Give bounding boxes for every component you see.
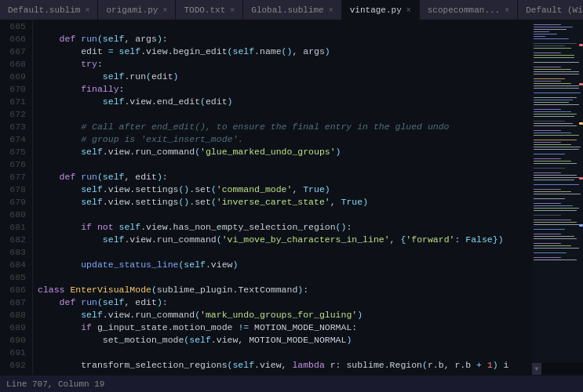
code-line: def run(self, edit): [38,171,532,183]
code-line: edit = self.view.begin_edit(self.name(),… [38,45,532,58]
tab-vintage-py[interactable]: vintage.py × [342,0,420,20]
svg-rect-38 [534,132,571,133]
svg-rect-45 [534,154,565,154]
svg-rect-75 [534,257,561,258]
tab-global-sublime[interactable]: Global.sublime × [243,0,341,20]
cursor-position: Line 707, Column 19 [6,379,104,389]
svg-rect-20 [534,78,565,79]
code-line [38,108,532,121]
code-line: self.run(edit) [38,71,532,83]
svg-rect-22 [534,83,571,84]
tab-todo[interactable]: TODO.txt × [176,0,243,20]
svg-rect-42 [534,144,571,145]
svg-rect-58 [534,198,565,199]
line-num: 683 [3,246,26,259]
line-num: 665 [3,20,26,33]
tab-origami[interactable]: origami.py × [98,0,176,20]
svg-rect-71 [534,243,561,244]
line-num: 682 [3,234,26,246]
line-num: 674 [3,133,26,146]
svg-rect-14 [534,57,574,58]
minimap[interactable]: ▼ [532,20,583,375]
code-line: update_status_line(self.view) [38,259,532,271]
line-numbers: 665 666 667 668 669 670 671 672 673 674 … [0,20,33,375]
svg-rect-41 [534,142,561,143]
status-bar: Line 707, Column 19 [0,375,583,392]
code-lines: 665 666 667 668 669 670 671 672 673 674 … [0,20,532,375]
tab-close-icon[interactable]: × [85,6,89,15]
tab-label: vintage.py [350,5,402,15]
line-num: 670 [3,83,26,96]
svg-rect-44 [534,149,579,150]
line-num: 690 [3,334,26,347]
code-editor[interactable]: 665 666 667 668 669 670 671 672 673 674 … [0,20,532,375]
tab-close-icon[interactable]: × [406,6,411,15]
svg-rect-48 [534,163,577,164]
code-line: def run(self, edit): [38,296,532,309]
tab-label: Global.sublime [251,5,323,15]
code-line [38,20,532,33]
code-line: self.view.end_edit(edit) [38,96,532,108]
svg-rect-35 [534,123,573,124]
svg-rect-72 [534,245,571,246]
tab-default-windows[interactable]: Default (Wind... × [518,0,583,20]
code-line: self.view.run_command('mark_undo_groups_… [38,309,532,321]
svg-rect-51 [534,175,577,176]
tab-close-icon[interactable]: × [505,6,509,15]
svg-rect-66 [534,224,579,225]
code-line [38,271,532,284]
tab-default-sublime[interactable]: Default.sublim × [0,0,98,20]
line-num: 676 [3,158,26,171]
svg-rect-23 [534,85,579,86]
svg-rect-6 [534,34,557,34]
scroll-down-button[interactable]: ▼ [532,363,541,375]
svg-rect-12 [534,53,561,53]
line-num: 686 [3,284,26,296]
svg-rect-37 [534,130,561,131]
tab-label: Default (Wind... [526,5,583,15]
svg-rect-59 [534,203,561,204]
code-text[interactable]: def run(self, args): edit = self.view.be… [33,20,532,375]
line-num: 667 [3,45,26,58]
svg-rect-16 [534,67,561,67]
tab-label: TODO.txt [184,5,225,15]
svg-rect-61 [534,208,579,209]
tab-label: scopecomman... [428,5,500,15]
svg-rect-9 [534,43,577,44]
code-line: try: [38,58,532,71]
tab-close-icon[interactable]: × [329,6,333,15]
line-num: 688 [3,309,26,321]
line-num: 669 [3,71,26,83]
svg-rect-21 [534,81,561,82]
svg-rect-56 [534,191,571,192]
line-num: 681 [3,221,26,234]
svg-rect-50 [534,172,561,173]
code-line: # group is 'exit_insert_mode'. [38,133,532,146]
tab-close-icon[interactable]: × [230,6,235,15]
line-num: 680 [3,209,26,221]
svg-rect-52 [534,177,579,178]
line-num: 678 [3,183,26,196]
svg-rect-77 [579,44,583,46]
svg-rect-40 [534,140,577,140]
tab-scopecommand[interactable]: scopecomman... × [420,0,518,20]
svg-rect-68 [534,234,561,234]
svg-rect-46 [534,158,561,159]
svg-rect-32 [534,114,577,114]
svg-rect-4 [534,29,567,30]
svg-rect-76 [534,260,577,260]
svg-rect-79 [579,122,583,125]
svg-rect-81 [579,224,583,227]
svg-rect-17 [534,69,571,70]
svg-rect-28 [534,102,569,103]
svg-rect-39 [534,135,579,136]
code-line: finally: [38,83,532,96]
svg-rect-18 [534,71,579,72]
tab-close-icon[interactable]: × [162,6,167,15]
line-num: 692 [3,359,26,372]
line-num: 685 [3,271,26,284]
svg-rect-5 [534,31,549,32]
svg-rect-60 [534,205,573,206]
code-line: if not self.view.has_non_empty_selection… [38,221,532,234]
svg-rect-11 [534,48,571,49]
